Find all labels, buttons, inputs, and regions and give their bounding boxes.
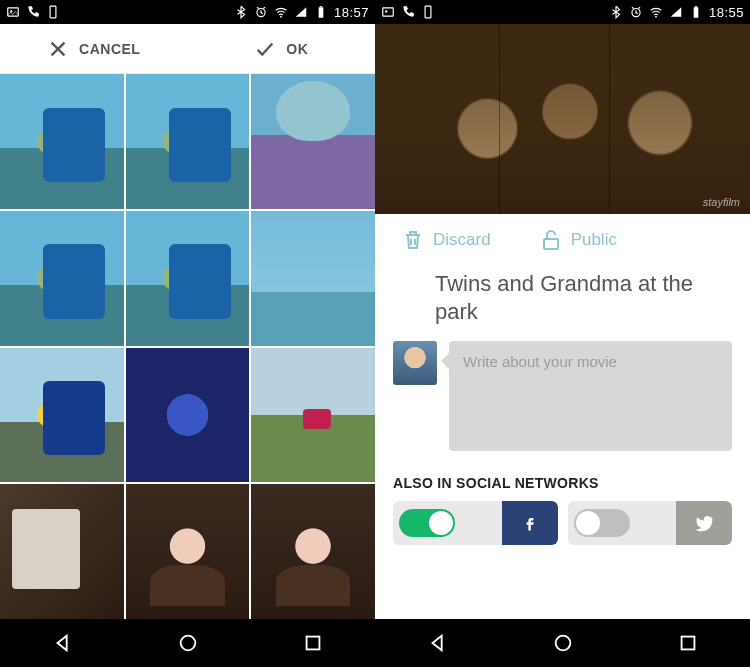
svg-rect-9 xyxy=(383,8,394,16)
svg-rect-16 xyxy=(544,239,558,249)
cancel-button[interactable]: CANCEL xyxy=(0,38,188,60)
signal-icon xyxy=(669,5,683,19)
photo-thumb[interactable] xyxy=(0,211,124,346)
picture-icon xyxy=(381,5,395,19)
alarm-icon xyxy=(254,5,268,19)
svg-rect-8 xyxy=(306,637,319,650)
photo-thumb[interactable] xyxy=(0,484,124,619)
android-navbar xyxy=(375,619,750,667)
description-input[interactable]: Write about your movie xyxy=(449,341,732,451)
bluetooth-icon xyxy=(609,5,623,19)
facebook-icon xyxy=(502,501,558,545)
battery-icon xyxy=(689,5,703,19)
signal-icon xyxy=(294,5,308,19)
photo-thumb[interactable] xyxy=(251,74,375,209)
photo-thumb[interactable] xyxy=(126,348,250,483)
phone-icon xyxy=(26,5,40,19)
status-time: 18:57 xyxy=(334,5,369,20)
svg-rect-6 xyxy=(320,6,322,7)
device-icon xyxy=(421,5,435,19)
svg-point-17 xyxy=(555,636,570,651)
movie-title: Twins and Grandma at the park xyxy=(375,260,750,341)
facebook-toggle[interactable] xyxy=(393,501,502,545)
svg-point-7 xyxy=(180,636,195,651)
movie-preview[interactable]: stayfilm xyxy=(375,24,750,214)
photo-thumb[interactable] xyxy=(251,211,375,346)
check-icon xyxy=(254,38,276,60)
photo-thumb[interactable] xyxy=(126,74,250,209)
android-navbar xyxy=(0,619,375,667)
recent-icon[interactable] xyxy=(677,632,699,654)
ok-label: OK xyxy=(286,41,308,57)
avatar xyxy=(393,341,437,385)
watermark: stayfilm xyxy=(703,196,740,208)
picture-icon xyxy=(6,5,20,19)
close-icon xyxy=(47,38,69,60)
selection-toolbar: CANCEL OK xyxy=(0,24,375,74)
alarm-icon xyxy=(629,5,643,19)
recent-icon[interactable] xyxy=(302,632,324,654)
battery-icon xyxy=(314,5,328,19)
trash-icon xyxy=(401,228,425,252)
status-bar: 18:55 xyxy=(375,0,750,24)
svg-point-10 xyxy=(385,10,387,12)
twitter-share xyxy=(568,501,733,545)
wifi-icon xyxy=(274,5,288,19)
phone-icon xyxy=(401,5,415,19)
svg-rect-15 xyxy=(695,6,697,7)
wifi-icon xyxy=(649,5,663,19)
social-row xyxy=(375,501,750,551)
twitter-toggle[interactable] xyxy=(568,501,677,545)
photo-grid xyxy=(0,74,375,619)
photo-thumb[interactable] xyxy=(0,348,124,483)
svg-rect-2 xyxy=(50,6,56,18)
cancel-label: CANCEL xyxy=(79,41,140,57)
ok-button[interactable]: OK xyxy=(188,38,376,60)
social-header: ALSO IN SOCIAL NETWORKS xyxy=(375,451,750,501)
svg-rect-0 xyxy=(8,8,19,16)
discard-label: Discard xyxy=(433,230,491,250)
photo-thumb[interactable] xyxy=(251,348,375,483)
privacy-button[interactable]: Public xyxy=(539,228,617,252)
svg-point-13 xyxy=(655,16,657,18)
photo-thumb[interactable] xyxy=(126,211,250,346)
unlock-icon xyxy=(539,228,563,252)
svg-point-1 xyxy=(10,10,12,12)
twitter-icon xyxy=(676,501,732,545)
compose-row: Write about your movie xyxy=(375,341,750,451)
status-time: 18:55 xyxy=(709,5,744,20)
bluetooth-icon xyxy=(234,5,248,19)
svg-rect-11 xyxy=(425,6,431,18)
status-bar: 18:57 xyxy=(0,0,375,24)
discard-button[interactable]: Discard xyxy=(401,228,491,252)
movie-actions: Discard Public xyxy=(375,214,750,260)
photo-select-screen: 18:57 CANCEL OK xyxy=(0,0,375,667)
photo-thumb[interactable] xyxy=(251,484,375,619)
privacy-label: Public xyxy=(571,230,617,250)
home-icon[interactable] xyxy=(552,632,574,654)
svg-rect-5 xyxy=(319,7,324,17)
facebook-share xyxy=(393,501,558,545)
placeholder-text: Write about your movie xyxy=(463,353,617,370)
svg-point-4 xyxy=(280,16,282,18)
device-icon xyxy=(46,5,60,19)
svg-rect-18 xyxy=(681,637,694,650)
back-icon[interactable] xyxy=(427,632,449,654)
photo-thumb[interactable] xyxy=(126,484,250,619)
svg-rect-14 xyxy=(694,7,699,17)
photo-thumb[interactable] xyxy=(0,74,124,209)
home-icon[interactable] xyxy=(177,632,199,654)
movie-publish-screen: 18:55 stayfilm Discard Public Twins and … xyxy=(375,0,750,667)
back-icon[interactable] xyxy=(52,632,74,654)
